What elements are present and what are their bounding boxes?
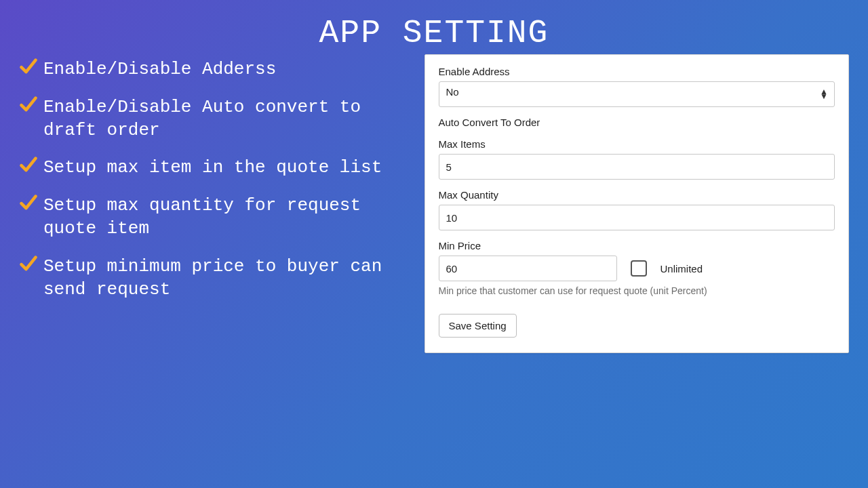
checkmark-icon <box>19 57 38 79</box>
checkmark-icon <box>19 254 38 276</box>
checkmark-icon <box>19 95 38 117</box>
unlimited-checkbox[interactable] <box>631 260 647 277</box>
feature-item: Setup max quantity for request quote ite… <box>19 195 418 241</box>
feature-text: Setup max item in the quote list <box>43 157 382 180</box>
field-auto-convert: Auto Convert To Order <box>439 117 835 129</box>
field-max-quantity: Max Quantity <box>439 189 835 230</box>
enable-address-label: Enable Address <box>439 66 835 77</box>
max-items-label: Max Items <box>439 138 835 150</box>
feature-item: Enable/Disable Auto convert to draft ord… <box>19 96 418 142</box>
min-price-helper: Min price that customer can use for requ… <box>439 285 835 296</box>
feature-item: Enable/Disable Adderss <box>19 58 418 81</box>
field-enable-address: Enable Address No ▲▼ <box>439 66 835 107</box>
max-quantity-input[interactable] <box>439 205 835 230</box>
feature-item: Setup minimum price to buyer can send re… <box>19 256 418 302</box>
settings-panel-wrap: Enable Address No ▲▼ Auto Convert To Ord… <box>418 52 849 353</box>
field-min-price: Min Price Unlimited Min price that custo… <box>439 240 835 296</box>
min-price-label: Min Price <box>439 240 835 251</box>
checkmark-icon <box>19 193 38 215</box>
main-container: Enable/Disable Adderss Enable/Disable Au… <box>0 52 868 353</box>
feature-text: Setup max quantity for request quote ite… <box>43 195 418 241</box>
feature-text: Setup minimum price to buyer can send re… <box>43 256 418 302</box>
feature-item: Setup max item in the quote list <box>19 157 418 180</box>
field-max-items: Max Items <box>439 138 835 180</box>
auto-convert-label: Auto Convert To Order <box>439 117 540 128</box>
unlimited-label: Unlimited <box>660 263 703 274</box>
save-setting-button[interactable]: Save Setting <box>439 314 517 338</box>
max-items-input[interactable] <box>439 154 835 180</box>
feature-text: Enable/Disable Adderss <box>43 58 276 81</box>
feature-text: Enable/Disable Auto convert to draft ord… <box>43 96 418 142</box>
enable-address-select[interactable]: No <box>439 81 835 107</box>
checkmark-icon <box>19 155 38 177</box>
settings-panel: Enable Address No ▲▼ Auto Convert To Ord… <box>425 54 849 353</box>
min-price-input[interactable] <box>439 256 617 281</box>
feature-list: Enable/Disable Adderss Enable/Disable Au… <box>19 52 418 353</box>
max-quantity-label: Max Quantity <box>439 189 835 201</box>
page-title: APP SETTING <box>0 0 868 52</box>
